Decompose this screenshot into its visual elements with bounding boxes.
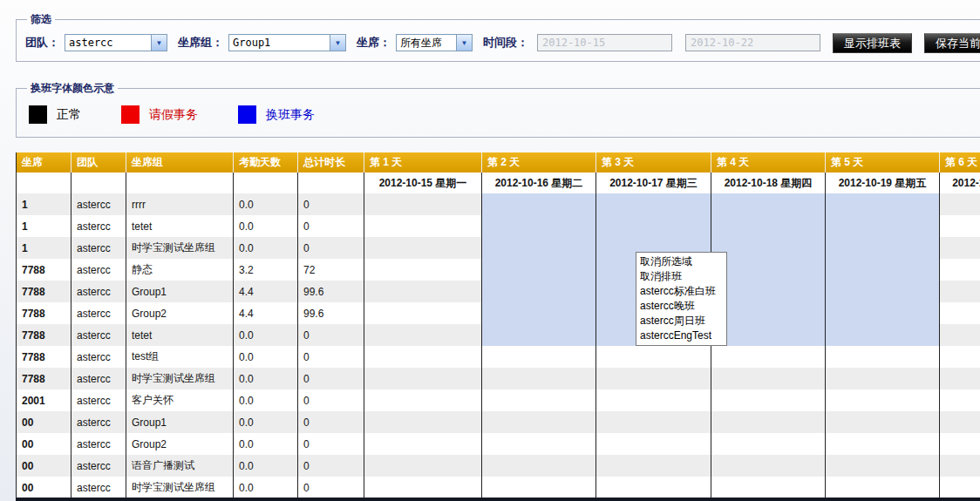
day-cell[interactable] [596,193,711,215]
day-cell[interactable] [364,259,482,281]
day-cell[interactable] [711,324,826,346]
context-menu-item[interactable]: astercc晚班 [636,299,726,314]
day-cell[interactable] [364,411,482,433]
day-cell[interactable] [826,411,940,433]
period-end-input[interactable] [685,34,820,51]
day-cell[interactable] [711,193,826,215]
day-cell[interactable] [364,455,482,477]
agent-id-link[interactable]: 7788 [17,324,71,346]
day-cell[interactable] [711,455,826,477]
day-cell[interactable] [940,411,980,433]
day-cell[interactable] [482,477,596,498]
agent-id-link[interactable]: 00 [17,411,71,433]
day-cell[interactable] [826,368,940,389]
day-cell[interactable] [711,368,826,389]
agent-group-select[interactable]: Group1 ▼ [228,34,346,51]
day-cell[interactable] [711,389,826,411]
day-cell[interactable] [364,193,482,215]
day-cell[interactable] [364,324,482,346]
day-cell[interactable] [826,389,940,411]
day-cell[interactable] [482,215,596,237]
day-cell[interactable] [482,411,596,433]
day-cell[interactable] [826,281,940,302]
day-cell[interactable] [940,368,980,389]
context-menu-item[interactable]: astercc标准白班 [636,284,726,299]
agent-id-link[interactable]: 00 [17,433,71,455]
day-cell[interactable] [940,281,980,302]
agent-id-link[interactable]: 7788 [17,346,71,368]
context-menu-item[interactable]: asterccEngTest [636,328,726,343]
agent-id-link[interactable]: 2001 [17,389,71,411]
agent-select[interactable]: 所有坐席 ▼ [396,34,473,51]
day-cell[interactable] [940,455,980,477]
day-cell[interactable] [826,346,940,368]
day-cell[interactable] [826,302,940,324]
day-cell[interactable] [940,477,980,498]
agent-id-link[interactable]: 7788 [17,259,71,281]
day-cell[interactable] [364,237,482,259]
save-schedule-button[interactable]: 保存当前排班表 [924,33,980,53]
day-cell[interactable] [482,455,596,477]
day-cell[interactable] [364,281,482,302]
day-cell[interactable] [826,193,940,215]
day-cell[interactable] [940,346,980,368]
agent-id-link[interactable]: 7788 [17,368,71,389]
day-cell[interactable] [711,346,826,368]
day-cell[interactable] [940,259,980,281]
day-cell[interactable] [711,433,826,455]
day-cell[interactable] [482,324,596,346]
day-cell[interactable] [826,215,940,237]
day-cell[interactable] [364,477,482,498]
day-cell[interactable] [596,411,711,433]
day-cell[interactable] [482,302,596,324]
day-cell[interactable] [596,368,711,389]
day-cell[interactable] [940,215,980,237]
day-cell[interactable] [364,368,482,389]
day-cell[interactable] [482,237,596,259]
context-menu-item[interactable]: 取消所选域 [636,254,726,269]
day-cell[interactable] [596,477,711,498]
day-cell[interactable] [711,237,826,259]
day-cell[interactable] [826,237,940,259]
context-menu-item[interactable]: astercc周日班 [636,314,726,328]
day-cell[interactable] [596,389,711,411]
day-cell[interactable] [711,259,826,281]
agent-id-link[interactable]: 1 [17,193,71,215]
day-cell[interactable] [826,477,940,498]
day-cell[interactable] [940,433,980,455]
day-cell[interactable] [711,215,826,237]
day-cell[interactable] [482,368,596,389]
day-cell[interactable] [940,237,980,259]
day-cell[interactable] [482,281,596,302]
day-cell[interactable] [596,455,711,477]
context-menu-item[interactable]: 取消排班 [636,269,726,284]
day-cell[interactable] [826,259,940,281]
agent-id-link[interactable]: 7788 [17,281,71,302]
day-cell[interactable] [482,259,596,281]
day-cell[interactable] [596,346,711,368]
day-cell[interactable] [364,302,482,324]
day-cell[interactable] [364,389,482,411]
day-cell[interactable] [596,433,711,455]
day-cell[interactable] [482,193,596,215]
day-cell[interactable] [364,215,482,237]
day-cell[interactable] [711,477,826,498]
agent-id-link[interactable]: 1 [17,237,71,259]
agent-id-link[interactable]: 00 [17,477,71,498]
day-cell[interactable] [940,389,980,411]
day-cell[interactable] [826,433,940,455]
day-cell[interactable] [711,302,826,324]
day-cell[interactable] [482,433,596,455]
day-cell[interactable] [940,193,980,215]
day-cell[interactable] [940,324,980,346]
period-start-input[interactable] [537,34,672,51]
day-cell[interactable] [826,324,940,346]
day-cell[interactable] [711,281,826,302]
show-schedule-button[interactable]: 显示排班表 [833,33,912,53]
day-cell[interactable] [940,302,980,324]
team-select[interactable]: astercc ▼ [65,34,167,51]
day-cell[interactable] [826,455,940,477]
day-cell[interactable] [711,411,826,433]
day-cell[interactable] [364,346,482,368]
day-cell[interactable] [364,433,482,455]
